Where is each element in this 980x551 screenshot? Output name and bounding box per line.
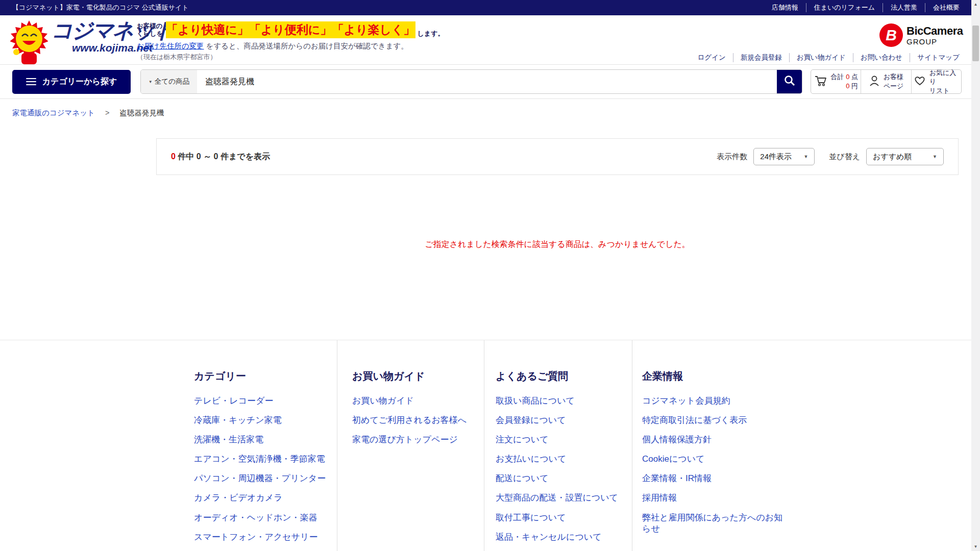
footer-column-title: よくあるご質問: [496, 369, 632, 383]
results-toolbar: 0 件中 0 ～ 0 件までを表示 表示件数 24件表示 ▼ 並び替え おすすめ…: [156, 138, 959, 175]
site-title: 【コジマネット】家電・電化製品のコジマ 公式通販サイト: [12, 3, 189, 12]
favorites-button[interactable]: お気に入り リスト: [911, 70, 961, 93]
header-nav-link[interactable]: お問い合わせ: [853, 53, 910, 62]
per-page-label: 表示件数: [717, 152, 747, 162]
footer: カテゴリーテレビ・レコーダー冷蔵庫・キッチン家電洗濯機・生活家電エアコン・空気清…: [0, 340, 980, 551]
footer-link[interactable]: オーディオ・ヘッドホン・楽器: [194, 512, 337, 523]
top-utility-links: 店舗情報住まいのリフォーム法人営業会社概要: [764, 3, 960, 12]
footer-link-list: 取扱い商品について会員登録について注文についてお支払いについて配送について大型商…: [496, 395, 632, 551]
footer-link-list: コジマネット会員規約特定商取引法に基づく表示個人情報保護方針Cookieについて…: [642, 395, 791, 535]
footer-link[interactable]: 採用情報: [642, 492, 790, 504]
chevron-down-icon: ▼: [794, 154, 808, 159]
header-tagline: お客様の くらしを 「より快適に」「より便利に」「より楽しく」 します。 お届け…: [137, 21, 444, 62]
footer-link[interactable]: 企業情報・IR情報: [642, 473, 790, 484]
header-nav-links: ログイン新規会員登録お買い物ガイドお問い合わせサイトマップ: [690, 53, 960, 62]
search-scope-select[interactable]: ▼ 全ての商品: [141, 70, 197, 93]
header-nav-link[interactable]: ログイン: [690, 53, 732, 62]
tagline-prefix: お客様の くらしを: [137, 22, 163, 38]
scope-value: 全ての商品: [155, 77, 189, 86]
main-content: 0 件中 0 ～ 0 件までを表示 表示件数 24件表示 ▼ 並び替え おすすめ…: [0, 138, 980, 250]
footer-column-title: お買い物ガイド: [352, 369, 484, 383]
breadcrumb: 家電通販のコジマネット > 盗聴器発見機: [0, 99, 980, 128]
topbar-link[interactable]: 会社概要: [925, 3, 960, 12]
breadcrumb-current: 盗聴器発見機: [119, 109, 164, 117]
search-button[interactable]: [777, 70, 802, 93]
breadcrumb-separator: >: [105, 109, 109, 117]
chevron-down-icon: ▼: [923, 154, 937, 159]
footer-link[interactable]: 家電の選び方トップページ: [352, 434, 484, 445]
scroll-up-arrow-icon[interactable]: ▲: [971, 0, 980, 9]
footer-link[interactable]: 注文について: [496, 434, 632, 445]
cart-button[interactable]: 合計 0 点 0 円: [811, 70, 861, 93]
footer-columns: カテゴリーテレビ・レコーダー冷蔵庫・キッチン家電洗濯機・生活家電エアコン・空気清…: [0, 340, 980, 551]
topbar-link[interactable]: 住まいのリフォーム: [806, 3, 883, 12]
category-button-label: カテゴリーから探す: [42, 77, 117, 87]
address-rest: をすると、商品発送場所からのお届け目安が確認できます。: [204, 42, 408, 50]
header-nav-link[interactable]: サイトマップ: [910, 53, 960, 62]
vertical-scrollbar[interactable]: ▲ ▼: [971, 0, 980, 551]
footer-column-2: お買い物ガイドお買い物ガイド初めてご利用されるお客様へ家電の選び方トップページ: [337, 340, 484, 551]
breadcrumb-home-link[interactable]: 家電通販のコジマネット: [12, 109, 95, 117]
footer-link[interactable]: スマートフォン・アクセサリー: [194, 532, 337, 543]
scrollbar-thumb[interactable]: [972, 26, 979, 61]
footer-link[interactable]: お買い物ガイド: [352, 395, 484, 407]
tagline-highlight: 「より快適に」「より便利に」「より楽しく」: [166, 21, 415, 38]
tagline-suffix: します。: [418, 29, 445, 38]
search-input[interactable]: [197, 70, 777, 93]
results-controls: 表示件数 24件表示 ▼ 並び替え おすすめ順 ▼: [717, 148, 944, 165]
header-quick-icons: 合計 0 点 0 円 お客様 ページ お気に入: [811, 69, 962, 94]
account-label: お客様 ページ: [884, 72, 904, 90]
change-address-link[interactable]: お届け先住所の変更: [137, 42, 204, 50]
search-group: ▼ 全ての商品: [140, 69, 802, 94]
footer-link[interactable]: 特定商取引法に基づく表示: [642, 415, 790, 426]
footer-link-list: テレビ・レコーダー冷蔵庫・キッチン家電洗濯機・生活家電エアコン・空気清浄機・季節…: [194, 395, 337, 551]
biccamera-icon: B: [879, 23, 903, 47]
user-icon: [869, 74, 880, 89]
footer-link[interactable]: 初めてご利用されるお客様へ: [352, 415, 484, 426]
results-count: 0 件中 0 ～ 0 件までを表示: [171, 152, 270, 162]
footer-link[interactable]: 返品・キャンセルについて: [496, 532, 632, 543]
heart-icon: [914, 75, 926, 88]
header-nav-link[interactable]: 新規会員登録: [733, 53, 789, 62]
footer-column-1: カテゴリーテレビ・レコーダー冷蔵庫・キッチン家電洗濯機・生活家電エアコン・空気清…: [194, 340, 337, 551]
footer-link[interactable]: Cookieについて: [642, 454, 790, 465]
address-row: お届け先住所の変更 をすると、商品発送場所からのお届け目安が確認できます。: [137, 41, 444, 51]
footer-column-title: 企業情報: [642, 369, 791, 383]
footer-link[interactable]: 大型商品の配送・設置について: [496, 492, 632, 504]
footer-link[interactable]: お支払いについて: [496, 454, 632, 465]
cart-summary: 合計 0 点 0 円: [831, 72, 858, 90]
topbar-link[interactable]: 店舗情報: [764, 3, 806, 12]
header: コジマネット www.kojima.net お客様の くらしを 「より快適に」「…: [0, 15, 980, 64]
footer-link[interactable]: 会員登録について: [496, 415, 632, 426]
sort-select[interactable]: おすすめ順 ▼: [866, 148, 944, 165]
favorites-label: お気に入り リスト: [929, 68, 959, 95]
biccamera-text: BicCamera GROUP: [906, 26, 963, 45]
footer-link[interactable]: 弊社と雇用関係にあった方へのお知らせ: [642, 512, 790, 535]
footer-link[interactable]: 個人情報保護方針: [642, 434, 790, 445]
footer-link[interactable]: 洗濯機・生活家電: [194, 434, 337, 445]
footer-link[interactable]: パソコン・周辺機器・プリンター: [194, 473, 337, 484]
category-search-button[interactable]: カテゴリーから探す: [12, 70, 131, 94]
footer-link[interactable]: エアコン・空気清浄機・季節家電: [194, 454, 337, 465]
footer-link[interactable]: コジマネット会員規約: [642, 395, 790, 407]
cart-icon: [814, 74, 827, 89]
hamburger-icon: [26, 76, 36, 87]
footer-link[interactable]: カメラ・ビデオカメラ: [194, 492, 337, 504]
footer-link[interactable]: 冷蔵庫・キッチン家電: [194, 415, 337, 426]
footer-column-4: 企業情報コジマネット会員規約特定商取引法に基づく表示個人情報保護方針Cookie…: [632, 340, 791, 551]
footer-link[interactable]: 取付工事について: [496, 512, 632, 523]
magnifier-icon: [784, 75, 795, 88]
topbar-link[interactable]: 法人営業: [883, 3, 925, 12]
footer-column-3: よくあるご質問取扱い商品について会員登録について注文についてお支払いについて配送…: [484, 340, 632, 551]
footer-link[interactable]: テレビ・レコーダー: [194, 395, 337, 407]
footer-link[interactable]: 配送について: [496, 473, 632, 484]
footer-link[interactable]: 取扱い商品について: [496, 395, 632, 407]
header-nav-link[interactable]: お買い物ガイド: [789, 53, 853, 62]
no-results-message: ご指定されました検索条件に該当する商品は、みつかりませんでした。: [156, 239, 959, 250]
footer-column-title: カテゴリー: [194, 369, 337, 383]
biccamera-group-logo[interactable]: B BicCamera GROUP: [879, 23, 963, 47]
per-page-select[interactable]: 24件表示 ▼: [753, 148, 815, 165]
account-button[interactable]: お客様 ページ: [861, 70, 911, 93]
chevron-down-icon: ▼: [149, 80, 153, 84]
scroll-down-arrow-icon[interactable]: ▼: [971, 542, 980, 551]
